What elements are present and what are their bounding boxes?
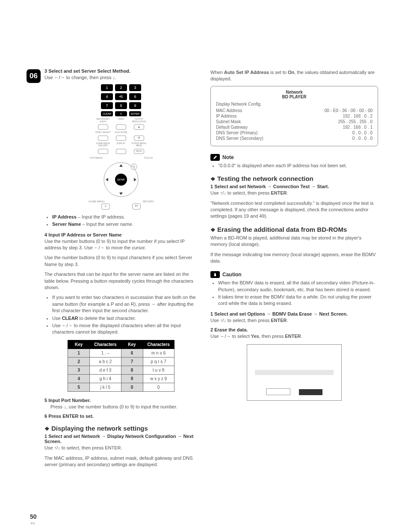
hand-icon [210,271,220,278]
remote-label-output-res: OUTPUT RESOLUTION [130,118,148,123]
test-body2: "Network connection test completed succe… [210,200,378,220]
remote-label-sec-audio: SECONDARY AUDIO [95,118,112,123]
th-key-1: Key [68,340,90,349]
th-chars-2: Characters [143,340,174,349]
netbox-title: Network [216,90,373,95]
th-key-2: Key [121,340,143,349]
remote-key-1: 1 [101,84,113,91]
svg-text:ENTER: ENTER [118,178,125,181]
remote-illustration: 1 2 3 4 •5 6 7 8 9 CLEAR 0 ENTER SECONDA… [87,84,155,210]
netbox-heading: Display Network Config. [216,102,373,106]
remote-label-empty [130,131,148,134]
remote-label-video-select: VIDEO SELECT [95,131,112,134]
step5-title: 5 Input Port Number. [44,398,198,403]
remote-label-return: RETURN [143,200,154,203]
remote-key-7: 7 [101,102,113,109]
remote-out-btn-3 [98,136,108,141]
caution-badge: Caution [210,271,242,278]
remote-label-top-menu: TOP MENU [89,157,103,159]
bullet-server-name: Server Name – Input the server name. [52,221,198,228]
dialog-bar [255,370,334,375]
step3-title: 3 Select and set Server Select Method. [44,68,198,74]
pencil-icon [210,154,220,161]
remote-key-6: 6 [129,93,141,100]
remote-label-popup: POPUP MENU MENU [130,142,148,147]
remote-key-enter: ENTER [129,111,141,116]
erase-step1: 1 Select and set Options → BDMV Data Era… [210,311,378,316]
remote-out-btn-6 [116,149,126,154]
remote-down-icon: ▼ [134,136,144,141]
network-config-box: Network BD PLAYER Display Network Config… [210,86,378,146]
right-intro: When Auto Set IP Address is set to On, t… [210,69,378,83]
step4-body2: Use the number buttons (0 to 9) to input… [44,254,198,268]
dialog-button-no [266,388,290,395]
erase-dialog-illustration [247,344,342,401]
remote-out-btn-5 [98,149,108,154]
remote-out-btn-menu: MENU [134,149,144,154]
remote-key-9: 9 [129,102,141,109]
bullet-ip-address: IP Address – Input the IP address. [52,214,198,220]
display-body1: Use ↑/↓ to select, then press ENTER. [44,445,198,451]
remote-label-video: VIDEO [112,118,130,123]
remote-label-hmg: HOME MEDIA GALLERY [95,142,112,147]
remote-key-3: 3 [129,84,141,91]
section-test-connection: ❖Testing the network connection [210,175,378,182]
remote-key-8: 8 [115,102,127,109]
remote-key-clear: CLEAR [101,111,113,116]
chapter-badge: 06 [27,69,41,83]
test-step1: 1 Select and set Network → Connection Te… [210,184,378,189]
caution-li1: When the BDMV data is erased, all the da… [218,280,378,293]
erase-step2-body: Use ←/→ to select Yes, then press ENTER. [210,333,378,340]
note-badge: Note [210,154,234,161]
step4-li3: Use ←/→ to move the displayed characters… [52,322,198,336]
remote-out-btn-2 [116,124,126,130]
remote-up-icon: ▲ [134,124,144,130]
remote-return-btn: ↩ [132,204,141,210]
remote-key-2: 2 [115,84,127,91]
remote-label-tools: TOOLS [144,157,153,159]
remote-label-home-menu: HOME MENU [89,200,104,203]
dialog-button-yes [299,389,322,395]
remote-home-btn: ⌂ [101,204,110,210]
step3-body: Use ←/→ to change, then press ↓. [44,74,198,81]
test-body1: Use ↑/↓ to select, then press ENTER. [210,190,378,196]
display-body2: The MAC address, IP address, subnet mask… [44,455,198,468]
step6-title: 6 Press ENTER to set. [44,414,198,419]
remote-label-play-mode: PLAY MODE [112,131,130,134]
erase-body2: If the message indicating low memory (lo… [210,251,378,265]
step4-li2: Use CLEAR to delete the last character. [52,315,198,322]
remote-nav-wheel: ENTER [103,162,139,198]
caution-li2: It takes time to erase the BDMV data for… [218,294,378,307]
character-table: Key Characters Key Characters 11 . –6m n… [68,340,174,392]
th-chars-1: Characters [90,340,121,349]
erase-body1: When a BD-ROM is played, additional data… [210,235,378,248]
note-item: "0.0.0.0" is displayed when each IP addr… [218,163,378,169]
step4-title: 4 Input IP Address or Server Name [44,232,198,237]
netbox-subtitle: BD PLAYER [216,95,373,99]
remote-out-btn-1 [98,124,108,130]
step5-body: Press ↓, use the number buttons (0 to 9)… [50,404,198,410]
section-erase-bdrom: ❖Erasing the additional data from BD-ROM… [210,226,378,233]
remote-key-5: •5 [115,93,127,100]
step4-li1: If you want to enter two characters in s… [52,294,198,314]
caution-label: Caution [222,272,242,278]
page-language: En [31,521,35,525]
remote-out-btn-4 [116,136,126,141]
remote-label-display: DISPLAY [112,142,130,147]
note-label: Note [222,154,234,160]
remote-key-0: 0 [115,111,127,116]
section-display-settings: ❖Displaying the network settings [44,425,198,432]
display-step1: 1 Select and set Network → Display Netwo… [44,434,198,444]
page-number: 50 [30,513,37,520]
erase-step2: 2 Erase the data. [210,327,378,332]
remote-key-4: 4 [101,93,113,100]
step4-body3: The characters that can be input for the… [44,271,198,291]
step4-body1: Use the number buttons (0 to 9) to input… [44,238,198,251]
erase-step1-body: Use ↑/↓ to select, then press ENTER. [210,317,378,324]
